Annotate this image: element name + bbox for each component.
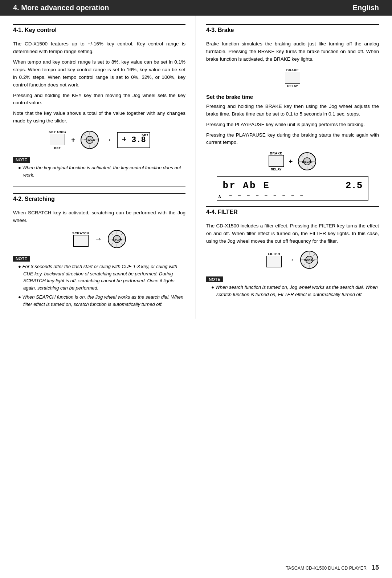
- section-44-divider: [206, 206, 379, 207]
- svg-text:TASCAM: TASCAM: [302, 161, 313, 163]
- brake-top-label: BRAKE: [286, 68, 299, 72]
- brake-relay-label: RELAY: [287, 84, 298, 88]
- section-41-para-2: When tempo and key control range is set …: [13, 58, 185, 89]
- svg-text:TASCAM: TASCAM: [304, 259, 315, 262]
- arrow-symbol-2: →: [94, 234, 102, 244]
- section-43-sub-para-2: Pressing the PLAY/PAUSE key while unit i…: [206, 121, 379, 129]
- key-display-value: + 3.8: [122, 136, 146, 145]
- note-label-41: NOTE: [13, 157, 30, 163]
- section-43-sub-para-1: Pressing and holding the BRAKE key then …: [206, 103, 379, 118]
- brake-time-relay-label: RELAY: [271, 167, 282, 171]
- svg-text:TASCAM: TASCAM: [84, 139, 95, 142]
- scratch-rect: [73, 235, 89, 247]
- section-42-heading: 4-2. Scratching: [13, 196, 185, 204]
- section-41-para-1: The CD-X1500 features up to +/-16% key c…: [13, 40, 185, 56]
- section-41-para-4: Note that the key value shows a total of…: [13, 110, 185, 125]
- key-orig-button-diagram: KEY ORIG KEY: [49, 130, 66, 150]
- scratch-diagram: SCRATCH → TAS: [13, 230, 185, 248]
- jog-wheel-4: TASCAM: [300, 250, 319, 269]
- plus-symbol-1: +: [71, 136, 75, 144]
- footer-text: TASCAM CD-X1500 DUAL CD PLAYER: [286, 566, 367, 571]
- filter-button-diagram: FILTER: [266, 252, 282, 267]
- sub-heading-brake-time: Set the brake time: [206, 94, 379, 100]
- note-item-42-2: ● When SEARCH function is on, the Jog wh…: [18, 294, 185, 308]
- section-43-sub-para-3: Pressing the PLAY/PAUSE key during the b…: [206, 132, 379, 147]
- brake-time-top-label: BRAKE: [270, 151, 282, 155]
- note-content-41: ● When the key original function is acti…: [13, 164, 185, 178]
- section-44-para-1: The CD-X1500 includes a filter effect. P…: [206, 222, 379, 245]
- note-label-44: NOTE: [206, 276, 223, 282]
- jog-wheel-2: TASCAM: [107, 230, 126, 248]
- jog-wheel-3: TASCAM: [298, 152, 317, 171]
- brake-display-text: br Ab E: [223, 180, 270, 191]
- arrow-symbol-1: →: [104, 135, 112, 145]
- section-43: 4-3. Brake Brake function simulates the …: [206, 24, 379, 201]
- section-41-note: NOTE ● When the key original function is…: [13, 155, 185, 178]
- note-item-42-1: ● For 3 seconds after the flash start or…: [18, 263, 185, 291]
- note-item-44-1: ● When search function is turned on, Jog…: [211, 284, 379, 298]
- scratch-button-diagram: SCRATCH: [72, 231, 89, 247]
- page-header: 4. More advanced operation English: [0, 0, 392, 16]
- brake-button-diagram: BRAKE RELAY: [285, 68, 300, 88]
- filter-top-label: FILTER: [268, 252, 280, 256]
- brake-time-diagram: BRAKE RELAY +: [206, 151, 379, 171]
- section-41: 4-1. Key control The CD-X1500 features u…: [13, 24, 185, 178]
- section-44-note: NOTE ● When search function is turned on…: [206, 274, 379, 298]
- display-key-label: KEY: [142, 133, 148, 137]
- right-column: 4-3. Brake Brake function simulates the …: [196, 16, 392, 319]
- left-column: 4-1. Key control The CD-X1500 features u…: [0, 16, 196, 319]
- section-42-divider: [13, 193, 185, 194]
- brake-rect: [285, 72, 300, 84]
- main-content: 4-1. Key control The CD-X1500 features u…: [0, 16, 392, 319]
- section-41-para-3: Pressing and holding the KEY key then mo…: [13, 92, 185, 107]
- brake-display-number: 2.5: [346, 180, 363, 191]
- note-item-41-1: ● When the key original function is acti…: [18, 164, 185, 178]
- section-41-divider: [13, 24, 185, 25]
- arrow-symbol-3: →: [287, 255, 295, 264]
- section-43-divider: [206, 24, 379, 25]
- section-42: 4-2. Scratching When SCRATCH key is acti…: [13, 193, 185, 308]
- key-control-diagram: KEY ORIG KEY +: [13, 130, 185, 150]
- brake-display-underline: — — — — — — — — —: [223, 193, 363, 198]
- key-orig-rect: [50, 134, 65, 145]
- section-41-heading: 4-1. Key control: [13, 27, 185, 35]
- brake-key-diagram: BRAKE RELAY: [206, 68, 379, 88]
- filter-diagram: FILTER → TASC: [206, 250, 379, 269]
- section-43-heading: 4-3. Brake: [206, 27, 379, 35]
- jog-wheel-1: TASCAM: [80, 130, 99, 149]
- note-content-44: ● When search function is turned on, Jog…: [206, 284, 379, 298]
- key-orig-sub-label: KEY: [54, 146, 61, 150]
- brake-time-rect: [269, 155, 284, 167]
- page-footer: TASCAM CD-X1500 DUAL CD PLAYER 15: [286, 564, 379, 571]
- brake-display-inner: br Ab E 2.5: [223, 180, 363, 191]
- section-42-note: NOTE ● For 3 seconds after the flash sta…: [13, 254, 185, 308]
- svg-text:TASCAM: TASCAM: [111, 238, 122, 241]
- plus-symbol-2: +: [289, 158, 293, 165]
- page-number: 15: [372, 564, 379, 571]
- note-content-42: ● For 3 seconds after the flash start or…: [13, 263, 185, 308]
- filter-rect: [266, 256, 282, 267]
- section-44-heading: 4-4. FILTER: [206, 209, 379, 217]
- brake-time-button: BRAKE RELAY: [269, 151, 284, 171]
- brake-a-label: A: [219, 195, 221, 199]
- scratch-top-label: SCRATCH: [72, 231, 89, 235]
- brake-display-box: br Ab E 2.5 — — — — — — — — — A: [217, 176, 369, 201]
- section-43-para-1: Brake function simulates the braking aud…: [206, 40, 379, 63]
- section-42-para-1: When SCRATCH key is activated, scratchin…: [13, 209, 185, 225]
- page: 4. More advanced operation English 4-1. …: [0, 0, 392, 578]
- section-44: 4-4. FILTER The CD-X1500 includes a filt…: [206, 206, 379, 298]
- language-label: English: [353, 4, 379, 12]
- section-sep-left: [13, 186, 185, 187]
- key-orig-top-label: KEY ORIG: [49, 130, 66, 134]
- chapter-title: 4. More advanced operation: [13, 4, 109, 12]
- note-label-42: NOTE: [13, 256, 30, 262]
